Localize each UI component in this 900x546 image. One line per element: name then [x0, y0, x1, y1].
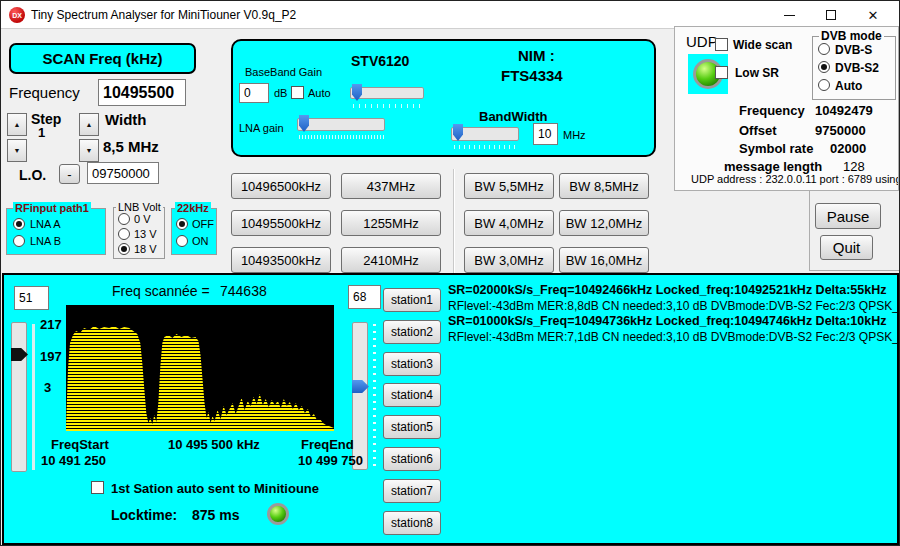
left-slider[interactable]	[11, 322, 27, 472]
station6-button[interactable]: station6	[383, 447, 441, 471]
radio-dvb-s[interactable]	[818, 43, 830, 55]
auto-checkbox[interactable]	[291, 86, 304, 99]
wide-scan-label: Wide scan	[733, 38, 792, 52]
radio-dvb-auto[interactable]	[818, 79, 830, 91]
divider	[453, 169, 455, 273]
pause-quit-frame: Pause Quit	[809, 191, 900, 271]
locktime-value: 875 ms	[192, 507, 239, 523]
step-value: 1	[38, 125, 45, 140]
minimize-button[interactable]	[769, 1, 809, 29]
low-sr-checkbox[interactable]	[715, 66, 728, 79]
freq-end-label: FreqEnd	[301, 437, 354, 452]
bw-3-0-button[interactable]: BW 3,0MHz	[464, 247, 554, 273]
radio-13v[interactable]	[118, 228, 130, 240]
preset-mhz-3-button[interactable]: 2410MHz	[341, 247, 441, 273]
station3-button[interactable]: station3	[383, 352, 441, 376]
maximize-button[interactable]	[811, 1, 851, 29]
radio-22khz-off-label: OFF	[192, 218, 214, 230]
lo-input[interactable]	[87, 162, 159, 184]
lo-label: L.O.	[19, 167, 46, 183]
radio-22khz-on[interactable]	[176, 235, 188, 247]
step-down-button[interactable]: ▼	[7, 139, 27, 162]
lnb-volt-group: LNB Volt 0 V 13 V 18 V	[113, 207, 165, 259]
radio-22khz-on-label: ON	[192, 235, 209, 247]
level-min-input[interactable]	[14, 286, 49, 310]
status-line-2: RFlevel:-43dBm MER:8,8dB CN needed:3,10 …	[448, 299, 900, 313]
quit-button[interactable]: Quit	[820, 235, 873, 260]
message-length-label: message length	[724, 159, 822, 174]
station1-button[interactable]: station1	[383, 288, 441, 312]
tuned-frequency-label: Frequency	[739, 103, 805, 118]
radio-18v[interactable]	[118, 243, 130, 255]
left-slider-groove	[32, 324, 35, 470]
bw-16-0-button[interactable]: BW 16,0MHz	[559, 247, 649, 273]
lo-minus-button[interactable]: -	[59, 164, 80, 184]
nim-model: FTS4334	[501, 67, 563, 84]
tuner-panel: STV6120 NIM : FTS4334 BaseBand Gain dB A…	[231, 39, 656, 157]
width-down-button[interactable]: ▼	[79, 139, 99, 162]
dvb-mode-group: DVB mode DVB-S DVB-S2 Auto	[812, 36, 896, 100]
locktime-label: Locktime:	[111, 507, 177, 523]
radio-13v-label: 13 V	[134, 228, 157, 240]
offset-label: Offset	[739, 123, 777, 138]
preset-freq-1-button[interactable]: 10496500kHz	[231, 173, 331, 199]
bw-8-5-button[interactable]: BW 8,5MHz	[559, 173, 649, 199]
offset-value: 9750000	[815, 123, 866, 138]
udp-info-box: UDP Wide scan Low SR DVB mode DVB-S DVB-…	[674, 26, 899, 191]
baseband-gain-slider-ticks	[353, 104, 423, 108]
radio-22khz-off[interactable]	[176, 218, 188, 230]
bw-5-5-button[interactable]: BW 5,5MHz	[464, 173, 554, 199]
step-up-button[interactable]: ▲	[7, 113, 27, 136]
message-length-value: 128	[843, 159, 865, 174]
low-sr-label: Low SR	[735, 66, 779, 80]
scan-freq-button[interactable]: SCAN Freq (kHz)	[9, 43, 196, 74]
radio-lna-a[interactable]	[13, 218, 25, 230]
step-label: Step	[31, 111, 61, 127]
bw-12-0-button[interactable]: BW 12,0MHz	[559, 210, 649, 236]
udp-label: UDP	[686, 33, 718, 50]
preset-mhz-1-button[interactable]: 437MHz	[341, 173, 441, 199]
station7-button[interactable]: station7	[383, 479, 441, 503]
axis-label-top: 217	[40, 317, 62, 332]
radio-lna-b[interactable]	[13, 235, 25, 247]
frequency-input[interactable]	[98, 79, 186, 106]
lnb-volt-group-title: LNB Volt	[116, 201, 163, 213]
status-line-3: SR=01000kS/s_Freq=10494736kHz Locked_fre…	[448, 314, 886, 328]
right-slider[interactable]	[352, 322, 368, 470]
rfinput-group: RFinput path1 LNA A LNA B	[6, 208, 106, 255]
preset-mhz-2-button[interactable]: 1255MHz	[341, 210, 441, 236]
close-button[interactable]: ✕	[853, 1, 893, 29]
station8-button[interactable]: station8	[383, 511, 441, 535]
auto-send-checkbox[interactable]	[91, 481, 104, 494]
level-max-input[interactable]	[348, 285, 381, 309]
radio-dvb-s2[interactable]	[818, 61, 830, 73]
app-icon: DX	[9, 7, 25, 23]
dvb-mode-group-title: DVB mode	[819, 29, 884, 43]
bandwidth-input[interactable]	[533, 123, 558, 145]
spectrum-display	[66, 305, 334, 431]
width-up-button[interactable]: ▲	[79, 113, 99, 136]
radio-0v[interactable]	[118, 213, 130, 225]
wide-scan-checkbox[interactable]	[715, 38, 728, 51]
pause-button[interactable]: Pause	[815, 203, 881, 229]
radio-0v-label: 0 V	[134, 213, 151, 225]
station5-button[interactable]: station5	[383, 415, 441, 439]
baseband-gain-input[interactable]	[239, 83, 269, 103]
lna-gain-label: LNA gain	[239, 122, 284, 134]
station2-button[interactable]: station2	[383, 320, 441, 344]
bw-4-0-button[interactable]: BW 4,0MHz	[464, 210, 554, 236]
preset-freq-3-button[interactable]: 10493500kHz	[231, 247, 331, 273]
app-window: DX Tiny Spectrum Analyser for MiniTioune…	[0, 0, 900, 546]
axis-label-low: 3	[44, 380, 51, 395]
udp-address: UDP address : 232.0.0.11 port : 6789 usi…	[691, 173, 899, 185]
preset-freq-2-button[interactable]: 10495500kHz	[231, 210, 331, 236]
titlebar: DX Tiny Spectrum Analyser for MiniTioune…	[1, 1, 899, 29]
radio-dvb-s2-label: DVB-S2	[835, 61, 879, 75]
station4-button[interactable]: station4	[383, 383, 441, 407]
lna-gain-slider[interactable]	[297, 118, 385, 131]
chip-title: STV6120	[351, 53, 409, 69]
symbol-rate-value: 02000	[830, 141, 866, 156]
axis-label-mid: 197	[40, 349, 62, 364]
freq-center-value: 10 495 500 kHz	[168, 437, 260, 452]
freq-end-value: 10 499 750	[298, 453, 363, 468]
